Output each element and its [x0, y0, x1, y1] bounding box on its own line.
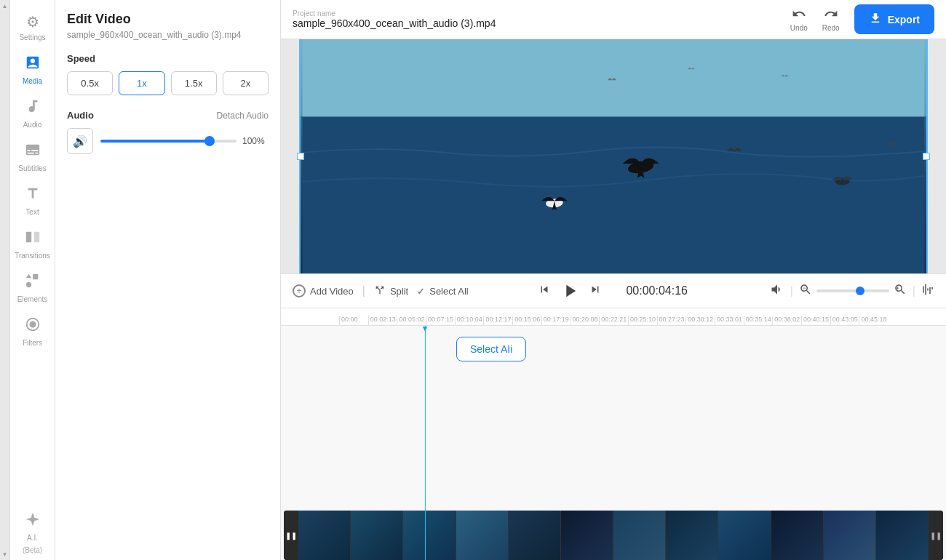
sidebar-label-ai-beta: (Beta) — [23, 546, 42, 554]
filters-icon — [25, 316, 41, 336]
timeline-area[interactable]: ▼ Select AIi ❚❚ — [281, 326, 946, 560]
zoom-slider-track[interactable] — [816, 289, 889, 292]
divider-1: | — [362, 284, 365, 297]
split-btn[interactable]: Split — [374, 284, 408, 298]
sidebar-item-transitions[interactable]: Transitions — [10, 222, 55, 265]
ruler-time-15: 00:38:02 — [772, 316, 801, 325]
ruler-time-12: 00:30:12 — [685, 316, 715, 325]
undo-icon — [792, 7, 806, 23]
scroll-edge: ▲ ▼ — [0, 0, 10, 560]
ruler-time-16: 00:40:15 — [801, 316, 830, 325]
sidebar-item-text[interactable]: Text — [10, 178, 55, 222]
export-btn[interactable]: Export — [854, 4, 934, 34]
sea-scene — [301, 39, 926, 273]
ruler-time-17: 00:43:05 — [830, 316, 859, 325]
track-thumb-6 — [561, 511, 613, 560]
audio-section-label: Audio — [67, 110, 94, 121]
undo-redo-group: Undo Redo — [784, 4, 846, 35]
handle-middle-right[interactable] — [923, 153, 930, 160]
header-actions: Undo Redo Export — [784, 4, 934, 35]
track-left-controls: ❚❚ — [284, 511, 298, 560]
audio-mute-btn[interactable]: 🔊 — [67, 128, 93, 154]
add-video-btn[interactable]: + Add Video — [293, 284, 354, 297]
track-thumb-8 — [666, 511, 718, 560]
skip-forward-btn[interactable] — [589, 283, 602, 299]
sidebar-item-filters[interactable]: Filters — [10, 309, 55, 353]
speed-btn-2x[interactable]: 2x — [223, 71, 269, 95]
track-thumb-3 — [403, 511, 456, 560]
speed-btn-0.5x[interactable]: 0.5x — [67, 71, 113, 95]
track-pause-btn[interactable]: ❚❚ — [285, 532, 297, 540]
audio-row: Audio Detach Audio — [67, 110, 269, 121]
select-all-btn[interactable]: ✓ Select All — [417, 286, 468, 297]
panel-title: Edit Video — [67, 12, 269, 27]
select-ai-btn[interactable]: Select AIi — [456, 337, 526, 361]
video-content — [301, 39, 926, 273]
project-name: sample_960x400_ocean_with_audio (3).mp4 — [293, 17, 496, 29]
undo-btn[interactable]: Undo — [784, 4, 814, 35]
audio-control: 🔊 100% — [67, 128, 269, 154]
video-frame — [299, 39, 928, 273]
zoom-controls — [799, 283, 907, 299]
zoom-out-btn[interactable] — [799, 283, 812, 299]
volume-divider2: | — [913, 284, 915, 297]
play-btn[interactable] — [558, 279, 581, 303]
subtitles-icon — [25, 142, 41, 161]
track-right-controls: ❚❚ — [929, 511, 943, 560]
sky-part — [301, 39, 926, 116]
speed-section-label: Speed — [67, 53, 269, 64]
sidebar-item-subtitles[interactable]: Subtitles — [10, 135, 55, 178]
ruler-time-11: 00:27:23 — [657, 316, 686, 325]
sidebar-item-elements[interactable]: Elements — [10, 265, 55, 309]
speed-buttons: 0.5x 1x 1.5x 2x — [67, 71, 269, 95]
speed-btn-1.5x[interactable]: 1.5x — [171, 71, 217, 95]
sidebar-label-settings: Settings — [19, 33, 45, 41]
redo-icon — [824, 7, 838, 23]
ruler-time-2: 00:05:02 — [397, 316, 426, 325]
handle-middle-left[interactable] — [297, 153, 304, 160]
check-icon: ✓ — [417, 286, 425, 297]
sidebar-item-settings[interactable]: ⚙ Settings — [10, 6, 55, 47]
waveform-btn[interactable] — [921, 283, 934, 300]
volume-divider: | — [790, 284, 793, 297]
add-video-icon: + — [293, 284, 306, 297]
track-thumb-1 — [298, 511, 351, 560]
ruler-times: 00:00 00:02:13 00:05:02 00:07:15 00:10:0… — [339, 316, 888, 325]
speed-btn-1x[interactable]: 1x — [119, 71, 164, 95]
skip-back-btn[interactable] — [538, 283, 551, 299]
svg-rect-0 — [25, 232, 31, 243]
add-video-label: Add Video — [310, 286, 354, 297]
ruler-time-1: 00:02:13 — [368, 316, 397, 325]
svg-rect-3 — [33, 274, 38, 279]
timeline-ruler: 00:00 00:02:13 00:05:02 00:07:15 00:10:0… — [281, 308, 946, 326]
left-panel: Edit Video sample_960x400_ocean_with_aud… — [55, 0, 281, 560]
volume-slider-track[interactable] — [100, 140, 236, 143]
sidebar-item-audio[interactable]: Audio — [10, 91, 55, 135]
settings-icon: ⚙ — [26, 13, 39, 31]
track-end-handle[interactable]: ❚❚ — [930, 532, 942, 540]
timeline-center: 00:00:04:16 — [477, 279, 761, 303]
video-track: ❚❚ ❚❚ — [284, 511, 943, 560]
scroll-up-btn[interactable]: ▲ — [1, 1, 9, 10]
timeline-playhead[interactable]: ▼ — [425, 326, 426, 560]
redo-btn[interactable]: Redo — [816, 4, 846, 35]
volume-slider-thumb[interactable] — [204, 136, 215, 146]
split-label: Split — [390, 286, 408, 297]
svg-point-10 — [546, 198, 564, 208]
ruler-time-10: 00:25:10 — [628, 316, 657, 325]
sidebar: ⚙ Settings Media Audio Subtitles Text — [10, 0, 55, 560]
sidebar-item-ai[interactable]: A.I. (Beta) — [10, 504, 55, 560]
sidebar-item-media[interactable]: Media — [10, 47, 55, 91]
zoom-in-btn[interactable] — [894, 283, 907, 299]
svg-point-9 — [627, 159, 655, 175]
svg-point-5 — [29, 321, 36, 327]
detach-audio-btn[interactable]: Detach Audio — [217, 111, 269, 121]
header: Project name sample_960x400_ocean_with_a… — [281, 0, 946, 39]
scroll-down-btn[interactable]: ▼ — [1, 550, 9, 559]
timeline-volume-btn[interactable] — [770, 282, 784, 300]
zoom-slider-thumb[interactable] — [856, 287, 864, 295]
sidebar-label-filters: Filters — [23, 339, 42, 347]
redo-label: Redo — [822, 24, 840, 32]
track-thumb-2 — [351, 511, 403, 560]
track-thumbnails — [298, 511, 929, 560]
